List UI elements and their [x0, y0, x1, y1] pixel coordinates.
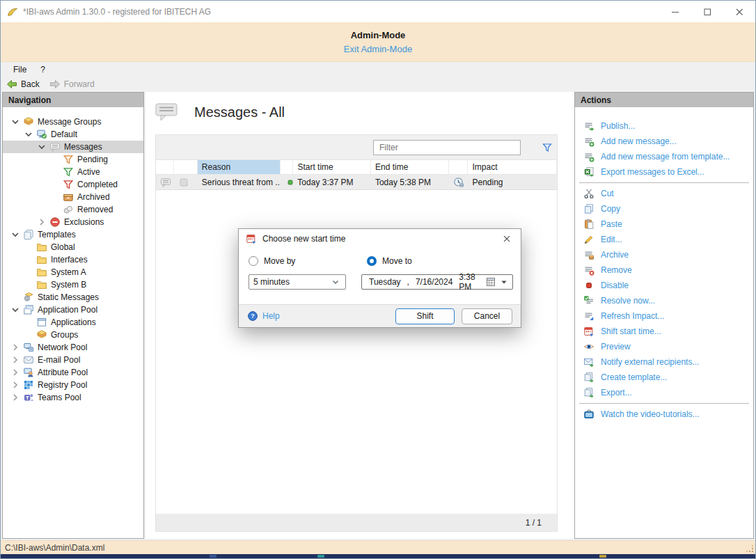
action-refresh-impact[interactable]: Refresh Impact... [575, 308, 753, 324]
cell-message-row [156, 177, 174, 188]
calendar-red-icon [583, 326, 594, 337]
help-link[interactable]: ? Help [247, 310, 280, 322]
column-header-reason[interactable]: Reason [198, 160, 281, 174]
chevron-down-icon[interactable] [36, 141, 47, 152]
action-export-messages-to-excel[interactable]: Export messages to Excel... [575, 164, 753, 180]
action-create-template[interactable]: Create template... [575, 370, 753, 385]
maximize-button[interactable] [691, 1, 723, 22]
column-header-blank[interactable] [281, 160, 293, 174]
tree-item-exclusions[interactable]: Exclusions [3, 216, 143, 228]
action-add-new-message-from-template[interactable]: Add new message from template... [575, 149, 753, 164]
action-preview[interactable]: Preview [575, 339, 753, 354]
action-disable[interactable]: Disable [575, 278, 753, 293]
tree-item-archived[interactable]: Archived [3, 191, 143, 203]
action-label: Publish... [601, 121, 635, 131]
tree-item-messages[interactable]: Messages [3, 141, 143, 153]
back-button[interactable]: Back [6, 79, 40, 90]
column-header-end-time[interactable]: End time [371, 160, 449, 174]
chevron-down-icon[interactable] [10, 116, 21, 127]
filter-funnel-icon[interactable] [542, 142, 553, 153]
column-header-blank[interactable] [156, 160, 174, 174]
tree-item-teams-pool[interactable]: Teams Pool [3, 391, 143, 404]
chevron-right-icon[interactable] [10, 367, 21, 378]
tree-item-global[interactable]: Global [3, 241, 143, 253]
tree-item-removed[interactable]: Removed [3, 203, 143, 216]
attachment-icon [178, 177, 189, 188]
application-icon [36, 317, 47, 328]
chevron-spacer [23, 267, 34, 278]
column-header-impact[interactable]: Impact [468, 160, 557, 174]
desktop-strip [1, 554, 755, 558]
interval-select[interactable]: 5 minutes [249, 274, 346, 290]
tree-item-label: Attribute Pool [36, 368, 88, 377]
calendar-dropdown-button[interactable] [486, 276, 510, 288]
chevron-right-icon[interactable] [10, 379, 21, 391]
tree-item-application-pool[interactable]: Application Pool [3, 304, 143, 316]
action-publish[interactable]: Publish... [575, 118, 753, 134]
tree-item-system-a[interactable]: System A [3, 266, 143, 278]
column-header-blank[interactable] [174, 160, 198, 174]
action-notify-external-recipients[interactable]: Notify external recipients... [575, 354, 753, 370]
minimize-button[interactable] [659, 1, 691, 22]
move-by-radio[interactable]: Move by [249, 256, 295, 266]
menu-help[interactable]: ? [33, 63, 52, 76]
tree-item-static-messages[interactable]: Static Messages [3, 291, 143, 304]
action-copy[interactable]: Copy [575, 201, 753, 216]
help-circle-icon: ? [247, 310, 258, 322]
archived-icon [63, 191, 74, 203]
close-button[interactable] [723, 1, 755, 22]
shift-button[interactable]: Shift [395, 308, 455, 324]
action-edit[interactable]: Edit... [575, 232, 753, 247]
action-remove[interactable]: Remove [575, 262, 753, 278]
dialog-close-button[interactable] [494, 229, 519, 248]
forward-button[interactable]: Forward [49, 79, 95, 90]
add-message-icon [583, 136, 594, 147]
column-header-start-time[interactable]: Start time [293, 160, 371, 174]
action-label: Disable [601, 281, 629, 290]
tree-item-e-mail-pool[interactable]: E-mail Pool [3, 354, 143, 366]
table-header: ReasonStart timeEnd timeImpact [156, 160, 557, 175]
tree-item-message-groups[interactable]: Message Groups [3, 116, 143, 128]
tree-item-completed[interactable]: Completed [3, 178, 143, 191]
tree-item-groups[interactable]: Groups [3, 329, 143, 341]
tree-item-pending[interactable]: Pending [3, 153, 143, 166]
action-watch-the-video-tutorials[interactable]: Watch the video-tutorials... [575, 407, 753, 422]
tree-item-interfaces[interactable]: Interfaces [3, 253, 143, 266]
action-cut[interactable]: Cut [575, 186, 753, 201]
column-header-blank[interactable] [449, 160, 468, 174]
tree-item-active[interactable]: Active [3, 166, 143, 178]
tree-item-attribute-pool[interactable]: Attribute Pool [3, 366, 143, 379]
action-label: Add new message... [601, 136, 677, 146]
action-resolve-now[interactable]: Resolve now... [575, 293, 753, 308]
filter-input[interactable] [373, 140, 521, 155]
action-paste[interactable]: Paste [575, 216, 753, 232]
tree-item-templates[interactable]: Templates [3, 228, 143, 241]
action-label: Remove [601, 265, 632, 275]
cell-text: Pending [468, 178, 557, 187]
tree-item-network-pool[interactable]: Network Pool [3, 341, 143, 354]
tree-item-registry-pool[interactable]: Registry Pool [3, 379, 143, 391]
resize-grip-icon[interactable] [746, 544, 754, 553]
menu-file[interactable]: File [6, 63, 33, 76]
tree-item-system-b[interactable]: System B [3, 278, 143, 291]
chevron-right-icon[interactable] [10, 342, 21, 353]
exclusions-icon [49, 216, 61, 228]
table-row[interactable]: Serious threat from ...Today 3:37 PMToda… [156, 175, 557, 190]
chevron-down-icon[interactable] [10, 229, 21, 240]
tree-item-label: Messages [63, 142, 102, 152]
cancel-button[interactable]: Cancel [462, 308, 512, 324]
tree-item-default[interactable]: Default [3, 128, 143, 141]
chevron-right-icon[interactable] [36, 216, 47, 228]
move-to-radio[interactable]: Move to [367, 256, 412, 266]
action-export[interactable]: Export... [575, 385, 753, 400]
action-shift-start-time[interactable]: Shift start time... [575, 324, 753, 339]
datetime-picker[interactable]: Tuesday , 7/16/2024 3:38 PM [361, 274, 513, 290]
chevron-down-icon[interactable] [23, 129, 34, 140]
chevron-right-icon[interactable] [10, 392, 21, 403]
action-add-new-message[interactable]: Add new message... [575, 134, 753, 149]
tree-item-applications[interactable]: Applications [3, 316, 143, 329]
action-archive[interactable]: Archive [575, 247, 753, 262]
chevron-down-icon[interactable] [10, 304, 21, 315]
chevron-right-icon[interactable] [10, 354, 21, 365]
exit-admin-mode-link[interactable]: Exit Admin-Mode [344, 44, 412, 54]
